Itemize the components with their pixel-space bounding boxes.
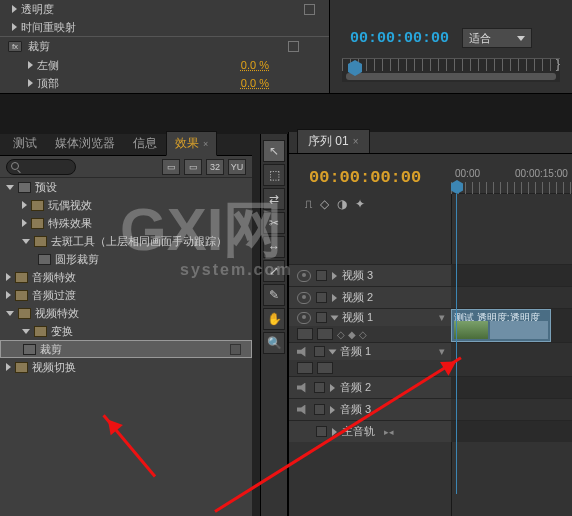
sequence-tabbar: 序列 01× (289, 132, 572, 154)
tree-item[interactable]: 玩偶视效 (0, 196, 252, 214)
snap-icon[interactable]: ⎍ (305, 197, 312, 211)
out-bracket-icon[interactable]: } (556, 56, 560, 71)
tool-icon: ⬚ (269, 168, 280, 182)
sequence-tab[interactable]: 序列 01× (297, 129, 370, 153)
param-left[interactable]: 左侧 0.0 % (0, 56, 329, 74)
zoom-fit-dropdown[interactable]: 适合 (462, 28, 532, 48)
expand-icon (6, 291, 11, 299)
sequence-ruler[interactable]: 00:00 00:00:15:00 (451, 168, 572, 194)
tree-item-video-trans[interactable]: 视频切换 (0, 358, 252, 376)
track-v2[interactable]: 视频 2 (289, 286, 572, 308)
eye-icon[interactable] (297, 312, 311, 324)
fx-toggle-icon[interactable]: fx (8, 41, 22, 52)
tree-item-presets[interactable]: 预设 (0, 178, 252, 196)
close-icon[interactable]: × (203, 139, 208, 149)
fx-32bit-button[interactable]: 32 (206, 159, 224, 175)
expand-icon[interactable] (330, 384, 335, 392)
tree-item[interactable]: 去斑工具（上层相同画面手动跟踪） (0, 232, 252, 250)
speaker-icon[interactable] (297, 383, 309, 393)
clip-thumbnail (454, 321, 488, 339)
track-btn[interactable] (317, 328, 333, 340)
collapse-icon[interactable] (331, 315, 339, 320)
speaker-icon[interactable] (297, 347, 309, 357)
track-btn[interactable] (317, 362, 333, 374)
lock-icon[interactable] (316, 292, 327, 303)
expand-icon[interactable] (332, 272, 337, 280)
ec-row-opacity[interactable]: 透明度 (0, 0, 329, 18)
tree-item-video-fx[interactable]: 视频特效 (0, 304, 252, 322)
lock-icon[interactable] (314, 404, 325, 415)
track-menu-icon[interactable]: ▾ (439, 345, 445, 358)
effects-toolbar: ▭ ▭ 32 YU (0, 156, 252, 178)
tree-item[interactable]: 特殊效果 (0, 214, 252, 232)
speaker-icon[interactable] (297, 405, 309, 415)
program-monitor-panel: 00:00:00:00 适合 { } (330, 0, 572, 94)
wrench-icon[interactable]: ✦ (355, 197, 365, 211)
fx-filter-button[interactable]: ▭ (162, 159, 180, 175)
hand-tool[interactable]: ✋ (263, 308, 285, 330)
tree-item-transform[interactable]: 变换 (0, 322, 252, 340)
effects-search-input[interactable] (6, 159, 76, 175)
lock-icon[interactable] (316, 312, 327, 323)
rate-stretch-tool[interactable]: ⤢ (263, 260, 285, 282)
sync-icon[interactable]: ◑ (337, 197, 347, 211)
tool-icon: ↔ (268, 240, 280, 254)
keyframe-toggle[interactable] (288, 41, 299, 52)
program-timecode[interactable]: 00:00:00:00 (350, 30, 449, 47)
track-menu-icon[interactable]: ▾ (439, 311, 445, 324)
folder-icon (18, 308, 31, 319)
track-a1[interactable]: 音频 1▾ (289, 342, 572, 376)
fx-yuv-button[interactable]: YU (228, 159, 246, 175)
eye-icon[interactable] (297, 270, 311, 282)
tree-label: 去斑工具（上层相同画面手动跟踪） (51, 234, 227, 249)
tool-icon: ✎ (269, 288, 279, 302)
tab-info[interactable]: 信息 (124, 131, 166, 155)
video-clip[interactable]: 测试 透明度:透明度 (451, 309, 551, 342)
lock-icon[interactable] (316, 426, 327, 437)
tab-project[interactable]: 测试 (4, 131, 46, 155)
lock-icon[interactable] (314, 346, 325, 357)
tree-item[interactable]: 圆形裁剪 (0, 250, 252, 268)
fx-filter-button[interactable]: ▭ (184, 159, 202, 175)
track-select-tool[interactable]: ⬚ (263, 164, 285, 186)
sequence-timecode[interactable]: 00:00:00:00 (309, 168, 421, 187)
expand-icon[interactable] (330, 406, 335, 414)
lock-icon[interactable] (316, 270, 327, 281)
ripple-edit-tool[interactable]: ⇄ (263, 188, 285, 210)
razor-tool[interactable]: ✂ (263, 212, 285, 234)
collapse-icon[interactable] (329, 349, 337, 354)
track-btn[interactable] (297, 328, 313, 340)
param-top[interactable]: 顶部 0.0 % (0, 74, 329, 92)
tab-media-browser[interactable]: 媒体浏览器 (46, 131, 124, 155)
tree-item-crop[interactable]: 裁剪 (0, 340, 252, 358)
selection-tool[interactable]: ↖ (263, 140, 285, 162)
marker-icon[interactable]: ◇ (320, 197, 329, 211)
fx-crop-header[interactable]: fx 裁剪 (0, 36, 329, 56)
keyframe-toggle[interactable] (304, 4, 315, 15)
lock-icon[interactable] (314, 382, 325, 393)
tree-item-audio-trans[interactable]: 音频过渡 (0, 286, 252, 304)
folder-icon (15, 362, 28, 373)
fx-crop-label: 裁剪 (28, 39, 50, 54)
tree-item-audio-fx[interactable]: 音频特效 (0, 268, 252, 286)
slip-tool[interactable]: ↔ (263, 236, 285, 258)
tool-icon: ✂ (269, 216, 279, 230)
program-ruler[interactable] (342, 58, 560, 82)
eye-icon[interactable] (297, 292, 311, 304)
ec-row-timeremap[interactable]: 时间重映射 (0, 18, 329, 36)
expand-icon[interactable] (332, 294, 337, 302)
track-a2[interactable]: 音频 2 (289, 376, 572, 398)
ruler-scrollbar[interactable] (346, 73, 556, 80)
tab-effects[interactable]: 效果× (166, 131, 217, 156)
param-left-value[interactable]: 0.0 % (241, 59, 269, 71)
track-v1[interactable]: 视频 1▾ ◇ ◆ ◇ 测试 透明度:透明度 (289, 308, 572, 342)
track-label: 音频 2 (340, 380, 371, 395)
pen-tool[interactable]: ✎ (263, 284, 285, 306)
zoom-tool[interactable]: 🔍 (263, 332, 285, 354)
close-icon[interactable]: × (353, 136, 359, 147)
track-a3[interactable]: 音频 3 (289, 398, 572, 420)
param-top-value[interactable]: 0.0 % (241, 77, 269, 89)
track-v3[interactable]: 视频 3 (289, 264, 572, 286)
expand-icon (6, 311, 14, 316)
track-btn[interactable] (297, 362, 313, 374)
